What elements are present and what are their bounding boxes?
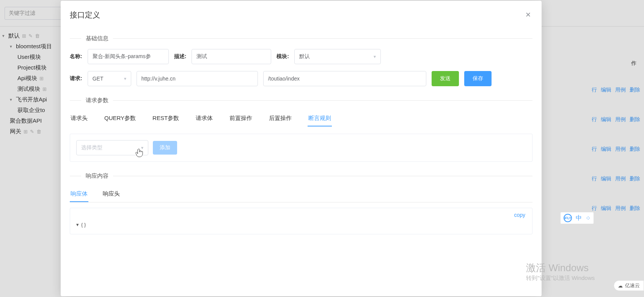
path-input[interactable]	[263, 71, 426, 86]
chevron-down-icon: ▾	[124, 76, 126, 81]
ime-lang[interactable]: 中	[576, 214, 582, 222]
form-row-request: 请求: GET ▾ 发送 保存	[70, 71, 532, 86]
modal-body: 基础信息 名称: 描述: 模块: 默认 ▾ 请求: GET ▾ 发送 保存	[61, 24, 542, 296]
label-desc: 描述:	[174, 53, 187, 60]
ime-more-icon[interactable]: ⁘	[586, 215, 591, 222]
response-body-box: copy ▾ { }	[70, 208, 532, 234]
desc-input[interactable]	[192, 49, 271, 64]
form-row-name: 名称: 描述: 模块: 默认 ▾	[70, 49, 532, 64]
module-value: 默认	[299, 53, 310, 60]
section-response: 响应内容	[70, 172, 532, 180]
section-request-params: 请求参数	[70, 97, 532, 104]
ime-toolbar[interactable]: iFLY 中 ⁘	[560, 212, 594, 224]
tab-headers[interactable]: 请求头	[70, 111, 88, 126]
section-basic-label: 基础信息	[86, 35, 108, 42]
method-value: GET	[93, 76, 104, 82]
tab-rest[interactable]: REST参数	[152, 111, 180, 126]
subtab-headers[interactable]: 响应头	[102, 186, 121, 202]
tab-post[interactable]: 后置操作	[268, 111, 292, 126]
label-request: 请求:	[70, 75, 82, 82]
cloud-label: 亿速云	[625, 282, 640, 289]
section-params-label: 请求参数	[86, 97, 108, 104]
json-root[interactable]: ▾ { }	[76, 222, 526, 227]
api-definition-modal: 接口定义 ✕ 基础信息 名称: 描述: 模块: 默认 ▾ 请求: GET ▾	[61, 1, 542, 296]
subtab-body[interactable]: 响应体	[70, 186, 88, 202]
assert-type-placeholder: 选择类型	[81, 144, 102, 151]
label-module: 模块:	[276, 53, 289, 60]
json-empty: { }	[81, 222, 86, 227]
section-response-label: 响应内容	[86, 172, 108, 180]
assert-type-row: 选择类型 ▾ 添加	[70, 134, 532, 162]
tab-assert[interactable]: 断言规则	[308, 111, 332, 126]
add-button[interactable]: 添加	[153, 141, 177, 155]
host-input[interactable]	[137, 71, 258, 86]
chevron-down-icon: ▾	[374, 54, 376, 59]
name-input[interactable]	[88, 49, 169, 64]
assert-type-select[interactable]: 选择类型 ▾	[76, 140, 148, 155]
modal-title: 接口定义	[70, 10, 100, 20]
caret-down-icon: ▾	[76, 222, 79, 227]
tab-query[interactable]: QUERY参数	[104, 111, 137, 126]
module-select[interactable]: 默认 ▾	[294, 49, 381, 64]
response-tabs: 响应体 响应头	[70, 186, 532, 202]
modal-header: 接口定义 ✕	[61, 1, 542, 24]
copy-link[interactable]: copy	[514, 212, 525, 218]
tab-body[interactable]: 请求体	[195, 111, 214, 126]
cloud-provider-badge[interactable]: ☁ 亿速云	[614, 280, 644, 291]
cloud-icon: ☁	[618, 283, 623, 289]
param-tabs: 请求头 QUERY参数 REST参数 请求体 前置操作 后置操作 断言规则	[70, 111, 532, 127]
section-basic-info: 基础信息	[70, 35, 532, 42]
ifly-icon: iFLY	[564, 214, 572, 222]
label-name: 名称:	[70, 53, 82, 60]
method-select[interactable]: GET ▾	[88, 71, 131, 86]
save-button[interactable]: 保存	[464, 71, 492, 86]
close-icon[interactable]: ✕	[524, 9, 532, 21]
tab-pre[interactable]: 前置操作	[229, 111, 253, 126]
send-button[interactable]: 发送	[432, 71, 459, 86]
chevron-down-icon: ▾	[141, 145, 143, 150]
